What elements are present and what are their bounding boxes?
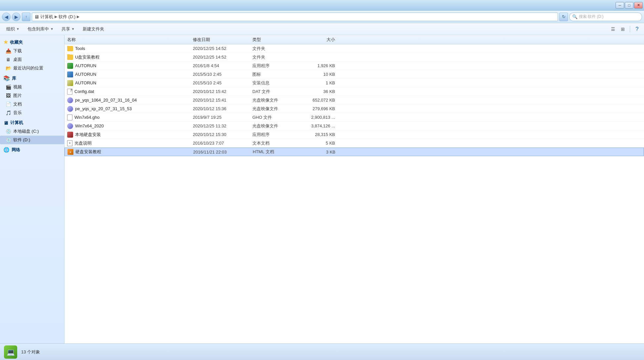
file-row[interactable]: AUTORUN 2015/5/10 2:45 图标 10 KB [64, 70, 644, 79]
iso-icon [67, 123, 73, 129]
documents-icon: 📄 [5, 101, 11, 107]
refresh-button[interactable]: ↻ [559, 13, 568, 21]
file-area: 名称 修改日期 类型 大小 Tools 2020/12/25 14:52 文件夹… [64, 35, 644, 343]
search-placeholder: 搜索 软件 (D:) [579, 14, 604, 20]
view-options-button[interactable]: ☰ [609, 25, 617, 33]
drive-d-icon: 💿 [5, 137, 11, 143]
video-label: 视频 [13, 84, 22, 90]
file-row-size: 1 KB [295, 80, 335, 85]
sidebar-item-local-c[interactable]: 💿 本地磁盘 (C:) [0, 127, 64, 136]
file-row-date: 2020/10/12 15:30 [193, 132, 252, 137]
column-header-size[interactable]: 大小 [295, 37, 335, 43]
toolbar-right: ☰ ⊞ ? [609, 25, 641, 33]
file-row[interactable]: Win7x64_2020 2020/12/25 11:32 光盘映像文件 3,8… [64, 122, 644, 130]
share-label: 共享 [62, 26, 70, 32]
file-row[interactable]: 本地硬盘安装 2020/10/12 15:30 应用程序 28,315 KB [64, 130, 644, 139]
sidebar-item-pictures[interactable]: 🖼 图片 [0, 91, 64, 100]
maximize-button[interactable]: □ [625, 2, 633, 9]
file-name-text: Tools [75, 46, 85, 51]
file-row[interactable]: pe_yqs_1064_20_07_31_16_04 2020/10/12 15… [64, 96, 644, 105]
file-row-name: AUTORUN [67, 63, 193, 69]
recent-icon: 📂 [5, 65, 11, 71]
image-icon [67, 71, 73, 77]
file-row-size: 652,072 KB [295, 98, 335, 103]
file-row-date: 2020/12/25 11:32 [193, 123, 252, 128]
pictures-label: 图片 [13, 93, 22, 99]
file-row-date: 2020/12/25 14:52 [193, 55, 252, 60]
library-icon: 📚 [3, 75, 10, 81]
desktop-label: 桌面 [13, 57, 22, 63]
column-header-type[interactable]: 类型 [252, 37, 295, 43]
file-icon [67, 89, 72, 95]
breadcrumb-drive[interactable]: 软件 (D:) [59, 14, 75, 20]
forward-button[interactable]: ▶ [12, 13, 21, 21]
file-row-size: 10 KB [295, 72, 335, 77]
sidebar-item-documents[interactable]: 📄 文档 [0, 100, 64, 109]
share-button[interactable]: 共享 ▼ [58, 24, 78, 34]
file-row-name: Config.dat [67, 89, 193, 95]
file-row-size: 279,696 KB [295, 106, 335, 111]
up-button[interactable]: ↑ [22, 13, 30, 21]
file-row-type: 安装信息 [252, 80, 295, 86]
column-header-name[interactable]: 名称 [67, 37, 193, 43]
search-bar[interactable]: 🔍 搜索 软件 (D:) [569, 13, 642, 21]
file-row-size: 1,926 KB [295, 63, 335, 68]
sidebar-section-favorites: ★ 收藏夹 📥 下载 🖥 桌面 📂 最近访问的位置 [0, 38, 64, 72]
back-button[interactable]: ◀ [2, 13, 11, 21]
sidebar-item-downloads[interactable]: 📥 下载 [0, 47, 64, 55]
txt-icon: ≡ [67, 140, 72, 146]
breadcrumb-computer[interactable]: 计算机 [40, 14, 53, 20]
computer-label: 计算机 [10, 120, 23, 126]
file-row[interactable]: Tools 2020/12/25 14:52 文件夹 [64, 44, 644, 53]
file-name-text: U盘安装教程 [75, 54, 100, 60]
add-to-library-button[interactable]: 包含到库中 ▼ [24, 24, 57, 34]
sidebar-item-music[interactable]: 🎵 音乐 [0, 109, 64, 117]
file-row-date: 2020/10/12 15:41 [193, 98, 252, 103]
minimize-button[interactable]: ─ [616, 2, 624, 9]
video-icon: 🎬 [5, 84, 11, 90]
file-name-text: Win7x64_2020 [75, 123, 104, 128]
file-row-type: HTML 文档 [253, 149, 296, 155]
favorites-icon: ★ [3, 39, 8, 45]
sidebar-item-video[interactable]: 🎬 视频 [0, 83, 64, 91]
sidebar-item-desktop[interactable]: 🖥 桌面 [0, 55, 64, 64]
exe-red-icon [67, 132, 73, 138]
file-row-name: AUTORUN [67, 80, 193, 86]
sidebar-item-recent[interactable]: 📂 最近访问的位置 [0, 64, 64, 72]
share-dropdown-arrow: ▼ [71, 27, 75, 31]
file-row-type: 光盘映像文件 [252, 123, 295, 129]
breadcrumb-sep-2: ▶ [77, 15, 79, 19]
view-toggle-button[interactable]: ⊞ [619, 25, 627, 33]
file-name-text: Win7x64.gho [74, 115, 100, 120]
column-header-modified[interactable]: 修改日期 [193, 37, 252, 43]
file-row[interactable]: Win7x64.gho 2019/9/7 19:25 GHO 文件 2,900,… [64, 113, 644, 122]
breadcrumb-bar[interactable]: 🖥 计算机 ▶ 软件 (D:) ▶ [32, 13, 558, 21]
new-folder-button[interactable]: 新建文件夹 [79, 24, 108, 34]
close-button[interactable]: ✕ [634, 2, 643, 9]
file-row-size: 3 KB [296, 150, 335, 155]
html-icon: e [67, 149, 73, 155]
file-row[interactable]: pe_yqs_xp_20_07_31_15_53 2020/10/12 15:3… [64, 105, 644, 113]
sidebar-header-library: 📚 库 [0, 74, 64, 83]
file-row[interactable]: AUTORUN 2016/1/8 4:54 应用程序 1,926 KB [64, 62, 644, 70]
organize-button[interactable]: 组织 ▼ [3, 24, 23, 34]
file-name-text: pe_yqs_1064_20_07_31_16_04 [75, 98, 137, 103]
file-row[interactable]: Config.dat 2020/10/12 15:42 DAT 文件 36 KB [64, 87, 644, 96]
file-row[interactable]: e 硬盘安装教程 2016/11/21 22:03 HTML 文档 3 KB [64, 148, 644, 156]
sidebar-item-drive-d[interactable]: 💿 软件 (D:) [0, 136, 64, 144]
file-row-name: Win7x64.gho [67, 114, 193, 120]
file-row-size: 5 KB [295, 141, 335, 146]
file-row-type: 光盘映像文件 [252, 97, 295, 103]
file-row-name: pe_yqs_1064_20_07_31_16_04 [67, 97, 193, 103]
downloads-label: 下载 [13, 48, 22, 54]
file-row[interactable]: AUTORUN 2015/5/10 2:45 安装信息 1 KB [64, 79, 644, 87]
file-row[interactable]: ≡ 光盘说明 2016/10/23 7:07 文本文档 5 KB [64, 139, 644, 148]
file-name-text: Config.dat [74, 89, 94, 94]
local-c-label: 本地磁盘 (C:) [13, 128, 39, 134]
help-button[interactable]: ? [633, 25, 641, 33]
file-row-type: GHO 文件 [252, 114, 295, 120]
gho-icon [67, 114, 72, 120]
exe-icon [67, 63, 73, 69]
file-row[interactable]: U盘安装教程 2020/12/25 14:52 文件夹 [64, 53, 644, 62]
file-row-name: U盘安装教程 [67, 54, 193, 60]
